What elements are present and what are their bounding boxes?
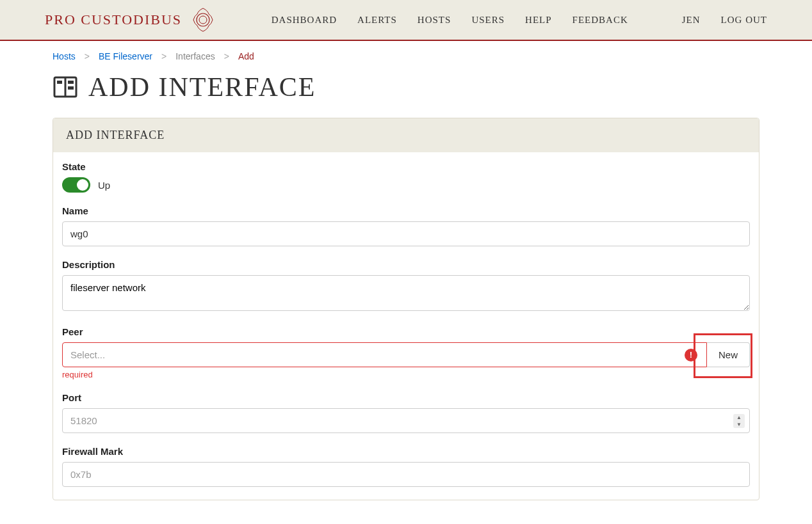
description-input[interactable] <box>62 275 750 311</box>
breadcrumb: Hosts > BE Fileserver > Interfaces > Add <box>53 51 759 61</box>
toggle-knob <box>77 179 88 191</box>
form-panel: ADD INTERFACE State Up Name Description <box>53 118 759 500</box>
medusa-logo-icon <box>190 6 216 33</box>
nav-user[interactable]: JEN <box>682 15 701 26</box>
error-icon: ! <box>685 349 697 361</box>
name-label: Name <box>62 205 750 216</box>
page-title: ADD INTERFACE <box>88 72 316 102</box>
name-group: Name <box>62 205 750 246</box>
interface-icon <box>53 74 78 100</box>
state-label: State <box>62 161 750 172</box>
svg-point-1 <box>199 16 207 24</box>
crumb-sep: > <box>85 51 90 61</box>
nav-logout[interactable]: LOG OUT <box>721 15 767 26</box>
panel-header: ADD INTERFACE <box>53 118 759 152</box>
brand-text: PRO CUSTODIBUS <box>45 12 182 28</box>
nav-users[interactable]: USERS <box>471 15 505 26</box>
state-group: State Up <box>62 161 750 193</box>
nav-help[interactable]: HELP <box>525 15 552 26</box>
firewall-mark-input[interactable] <box>62 462 750 487</box>
port-input[interactable] <box>62 408 750 433</box>
name-input[interactable] <box>62 221 750 246</box>
description-group: Description <box>62 259 750 314</box>
main-nav: DASHBOARD ALERTS HOSTS USERS HELP FEEDBA… <box>272 15 767 26</box>
state-toggle[interactable] <box>62 177 90 193</box>
peer-label: Peer <box>62 326 750 337</box>
svg-rect-5 <box>68 81 74 84</box>
peer-error-text: required <box>62 370 750 379</box>
brand-area[interactable]: PRO CUSTODIBUS <box>45 6 216 33</box>
peer-group: Peer Select... ! New required <box>62 326 750 379</box>
main-content: Hosts > BE Fileserver > Interfaces > Add… <box>0 41 812 524</box>
svg-point-0 <box>197 13 209 26</box>
firewall-mark-group: Firewall Mark <box>62 446 750 487</box>
crumb-add: Add <box>238 51 254 61</box>
nav-alerts[interactable]: ALERTS <box>357 15 397 26</box>
nav-dashboard[interactable]: DASHBOARD <box>272 15 337 26</box>
svg-rect-6 <box>68 86 74 90</box>
crumb-interfaces: Interfaces <box>175 51 215 61</box>
page-title-row: ADD INTERFACE <box>53 72 759 102</box>
crumb-hosts[interactable]: Hosts <box>53 51 76 61</box>
top-header: PRO CUSTODIBUS DASHBOARD ALERTS HOSTS US… <box>0 0 812 41</box>
port-label: Port <box>62 392 750 403</box>
nav-feedback[interactable]: FEEDBACK <box>572 15 628 26</box>
state-value: Up <box>98 180 110 191</box>
port-stepper[interactable]: ▲▼ <box>733 414 745 428</box>
svg-rect-4 <box>57 81 62 84</box>
port-group: Port ▲▼ <box>62 392 750 433</box>
peer-select[interactable]: Select... <box>62 342 707 367</box>
firewall-mark-label: Firewall Mark <box>62 446 750 457</box>
new-peer-button[interactable]: New <box>707 342 750 367</box>
panel-body: State Up Name Description Peer <box>53 152 759 500</box>
crumb-be-fileserver[interactable]: BE Fileserver <box>99 51 152 61</box>
crumb-sep: > <box>161 51 166 61</box>
crumb-sep: > <box>224 51 229 61</box>
description-label: Description <box>62 259 750 270</box>
nav-hosts[interactable]: HOSTS <box>418 15 451 26</box>
